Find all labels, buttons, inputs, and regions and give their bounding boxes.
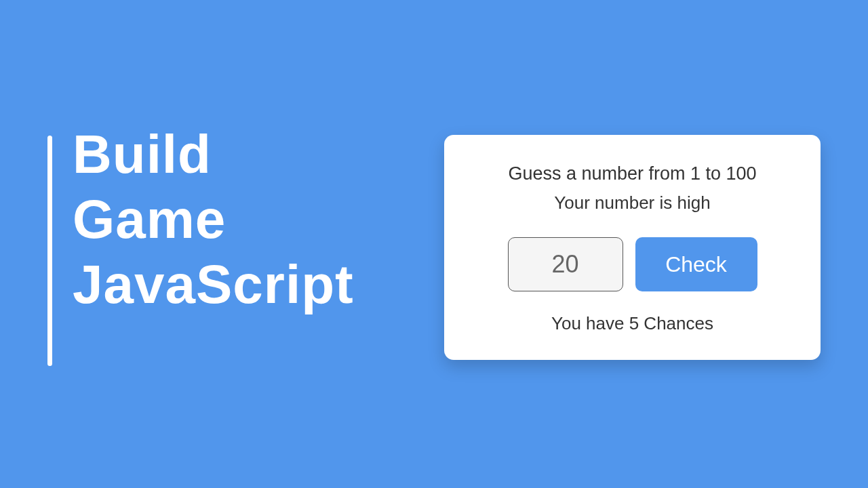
chances-text: You have 5 Chances — [471, 313, 793, 334]
accent-bar-icon — [47, 136, 52, 366]
title-line-3: JavaScript — [73, 252, 354, 317]
title-line-2: Game — [73, 187, 354, 252]
feedback-text: Your number is high — [471, 192, 793, 214]
game-card: Guess a number from 1 to 100 Your number… — [444, 135, 821, 360]
page-title: Build Game JavaScript — [73, 122, 354, 317]
headline-panel: Build Game JavaScript — [47, 122, 354, 366]
prompt-text: Guess a number from 1 to 100 — [471, 163, 793, 184]
title-line-1: Build — [73, 122, 354, 187]
check-button[interactable]: Check — [635, 237, 757, 291]
guess-input[interactable] — [508, 237, 623, 291]
input-row: Check — [471, 237, 793, 291]
